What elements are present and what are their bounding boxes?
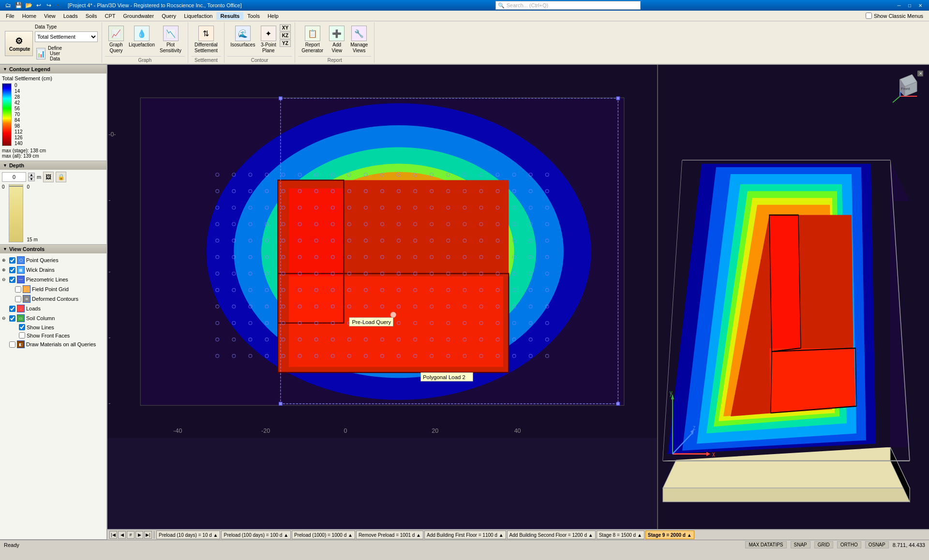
- view-cube[interactable]: ✕ Front: [890, 70, 924, 103]
- legend-max-all: max (all): 139 cm: [2, 153, 105, 159]
- menu-loads[interactable]: Loads: [60, 12, 82, 20]
- menu-bar: File Home View Loads Soils CPT Groundwat…: [0, 11, 929, 21]
- tree-item-field-point-grid: ⋮⋮ Field Point Grid: [2, 284, 105, 294]
- stage-last-btn[interactable]: ▶|: [144, 531, 152, 539]
- checkbox-loads[interactable]: [9, 306, 15, 312]
- yz-btn[interactable]: YZ: [280, 40, 291, 47]
- legend-labels: 0 14 28 42 56 70 84 98 112 126 140: [15, 83, 23, 146]
- isosurfaces-btn[interactable]: 🌊 Isosurfaces: [228, 24, 257, 49]
- grid-section[interactable]: GRID: [814, 541, 833, 548]
- menu-soils[interactable]: Soils: [82, 12, 101, 20]
- checkbox-draw-materials[interactable]: [9, 341, 15, 348]
- osnap-section[interactable]: OSNAP: [865, 541, 889, 548]
- expand-point-queries[interactable]: ⊕: [2, 258, 8, 263]
- report-generator-btn[interactable]: 📋 ReportGenerator: [299, 24, 326, 55]
- svg-line-329: [893, 96, 900, 103]
- max-datatips-section[interactable]: MAX DATATIPS: [745, 541, 786, 548]
- maximize-window-btn[interactable]: □: [905, 2, 914, 9]
- kz-btn[interactable]: KZ: [280, 32, 291, 39]
- checkbox-piezometric-lines[interactable]: [9, 277, 15, 283]
- three-point-plane-btn[interactable]: ✦ 3-PointPlane: [258, 24, 279, 55]
- show-classic-menus-checkbox[interactable]: [866, 13, 872, 19]
- tree-item-piezometric-lines: ⊖ 〰 Piezometric Lines: [2, 275, 105, 284]
- depth-up-btn[interactable]: ▲: [28, 173, 35, 177]
- checkbox-show-lines[interactable]: [19, 324, 25, 330]
- menu-file[interactable]: File: [2, 12, 18, 20]
- stage-item-1[interactable]: Preload (100 days) = 100 d ▲: [221, 531, 291, 539]
- minimize-window-btn[interactable]: ─: [894, 2, 904, 9]
- differential-settlement-btn[interactable]: ⇅ DifferentialSettlement: [192, 24, 220, 55]
- wick-drains-icon: ▦: [17, 266, 25, 274]
- ribbon-group-data: ⚙ Compute Data Type Total Settlement 📊 D…: [1, 22, 102, 63]
- save-btn[interactable]: 💾: [14, 1, 23, 10]
- checkbox-show-front-faces[interactable]: [19, 332, 25, 339]
- stage-item-2[interactable]: Preload (1000) = 1000 d ▲: [292, 531, 355, 539]
- checkbox-field-point-grid[interactable]: [15, 286, 21, 293]
- ribbon-minimize[interactable]: ▾: [55, 3, 61, 8]
- menu-results[interactable]: Results: [216, 12, 243, 20]
- menu-groundwater[interactable]: Groundwater: [120, 12, 158, 20]
- svg-text:-: -: [108, 400, 110, 407]
- view-controls-header[interactable]: ▼ View Controls: [0, 245, 106, 253]
- right-viewport[interactable]: x y z ✕: [658, 65, 929, 529]
- search-bar[interactable]: 🔍 Search... (Ctrl+Q): [495, 1, 641, 10]
- depth-section-header[interactable]: ▼ Depth: [0, 161, 106, 170]
- depth-input[interactable]: [2, 172, 26, 182]
- depth-lock-btn[interactable]: 🔒: [56, 172, 66, 182]
- app-icon: 🗂: [4, 1, 13, 10]
- menu-cpt[interactable]: CPT: [101, 12, 120, 20]
- plot-sensitivity-label: PlotSensitivity: [160, 42, 181, 54]
- add-view-btn[interactable]: ➕ AddView: [327, 24, 347, 55]
- depth-icon-1[interactable]: 🖼: [43, 172, 54, 182]
- define-user-data-btn[interactable]: 📊 DefineUser Data: [35, 44, 64, 63]
- menu-liquefaction[interactable]: Liquefaction: [180, 12, 216, 20]
- menu-tools[interactable]: Tools: [243, 12, 264, 20]
- ortho-section[interactable]: ORTHO: [837, 541, 861, 548]
- stage-prev-btn[interactable]: ◀: [118, 531, 126, 539]
- stage-item-5[interactable]: Add Building Second Floor = 1200 d ▲: [507, 531, 596, 539]
- left-viewport[interactable]: -40 -20 0 20 40 -0- - - - -: [107, 65, 658, 529]
- menu-home[interactable]: Home: [18, 12, 40, 20]
- contour-legend-header[interactable]: ▼ Contour Legend: [0, 65, 106, 74]
- redo-btn[interactable]: ↪: [45, 1, 53, 10]
- stage-item-7[interactable]: Stage 9 = 2000 d ▲: [645, 531, 694, 539]
- stage-next-btn[interactable]: ▶: [135, 531, 143, 539]
- menu-help[interactable]: Help: [264, 12, 283, 20]
- legend-val-28: 28: [15, 95, 23, 100]
- close-window-btn[interactable]: ✕: [915, 2, 925, 9]
- stage-item-3[interactable]: Remove Preload = 1001 d ▲: [356, 531, 423, 539]
- main-layout: ▼ Contour Legend Total Settlement (cm) 0…: [0, 65, 929, 540]
- checkbox-deformed-contours[interactable]: [15, 296, 21, 302]
- stage-item-0[interactable]: Preload (10 days) = 10 d ▲: [156, 531, 220, 539]
- expand-soil-column[interactable]: ⊖: [2, 316, 8, 321]
- xy-btn[interactable]: XY: [280, 24, 291, 31]
- checkbox-soil-column[interactable]: [9, 315, 15, 322]
- stage-first-btn[interactable]: |◀: [109, 531, 117, 539]
- compute-button[interactable]: ⚙ Compute: [5, 31, 33, 56]
- snap-section[interactable]: SNAP: [791, 541, 810, 548]
- data-type-select[interactable]: Total Settlement: [35, 31, 98, 42]
- graph-query-label: GraphQuery: [109, 42, 123, 54]
- depth-down-btn[interactable]: ▼: [28, 177, 35, 181]
- menu-query[interactable]: Query: [158, 12, 180, 20]
- svg-text:-0-: -0-: [108, 131, 116, 138]
- label-wick-drains: Wick Drains: [26, 267, 55, 273]
- open-btn[interactable]: 📂: [24, 1, 33, 10]
- expand-piezometric-lines[interactable]: ⊖: [2, 277, 8, 282]
- data-group-top: ⚙ Compute Data Type Total Settlement 📊 D…: [5, 24, 98, 63]
- label-soil-column: Soil Column: [26, 315, 55, 321]
- osnap-label: OSNAP: [869, 542, 885, 547]
- menu-view[interactable]: View: [40, 12, 60, 20]
- svg-text:0: 0: [344, 427, 347, 434]
- plot-sensitivity-btn[interactable]: 📉 PlotSensitivity: [157, 24, 184, 55]
- stage-hash-btn[interactable]: #: [127, 531, 135, 539]
- checkbox-wick-drains[interactable]: [9, 267, 15, 273]
- stage-item-4[interactable]: Add Building First Floor = 1100 d ▲: [424, 531, 506, 539]
- checkbox-point-queries[interactable]: [9, 257, 15, 264]
- liquefaction-btn[interactable]: 💧 Liquefaction: [127, 24, 156, 49]
- graph-query-btn[interactable]: 📈 GraphQuery: [106, 24, 126, 55]
- manage-views-btn[interactable]: 🔧 ManageViews: [348, 24, 370, 55]
- stage-item-6[interactable]: Stage 8 = 1500 d ▲: [597, 531, 644, 539]
- undo-btn[interactable]: ↩: [34, 1, 43, 10]
- expand-wick-drains[interactable]: ⊕: [2, 267, 8, 272]
